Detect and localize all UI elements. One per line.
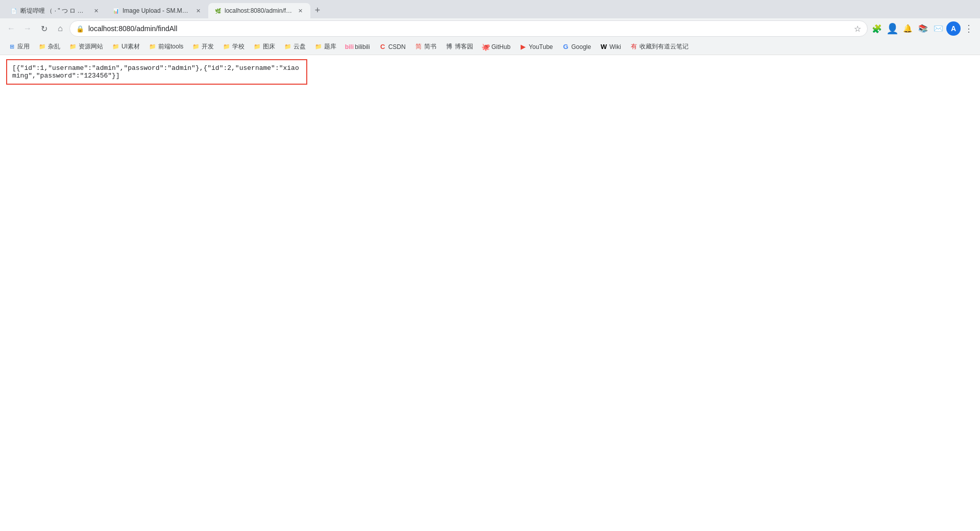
tab-2-close[interactable]: ✕ <box>194 7 202 15</box>
bookmark-apps-label: 应用 <box>17 42 30 51</box>
bookmark-ui-label: UI素材 <box>121 42 140 51</box>
toolbar-right: 🧩 👤 🔔 📚 ✉️ A ⋮ <box>870 21 976 36</box>
bookmark-imgbed-label: 图床 <box>263 42 275 51</box>
bookmark-bilibili[interactable]: bili bilibili <box>341 40 374 54</box>
bookmark-school[interactable]: 📁 学校 <box>219 40 249 54</box>
bookmark-jianshu[interactable]: 简 简书 <box>411 40 440 54</box>
bookmark-github-label: GitHub <box>492 43 510 50</box>
extensions-button[interactable]: 🧩 <box>870 21 884 36</box>
bookmark-youtube[interactable]: ▶ YouTube <box>516 40 557 54</box>
notifications-button[interactable]: 🔔 <box>900 21 915 36</box>
mail-button[interactable]: ✉️ <box>931 21 945 36</box>
folder-icon-cloud: 📁 <box>284 43 291 50</box>
tab-2-title: Image Upload - SM.MS - Simp... <box>122 7 191 14</box>
tab-2[interactable]: 📊 Image Upload - SM.MS - Simp... ✕ <box>106 3 208 18</box>
bookmark-ui[interactable]: 📁 UI素材 <box>108 40 144 54</box>
folder-icon-imgbed: 📁 <box>254 43 261 50</box>
cnblogs-icon: 博 <box>446 43 453 50</box>
bookmark-misc[interactable]: 📁 杂乱 <box>35 40 64 54</box>
bookmark-google-label: Google <box>571 43 591 50</box>
bookmark-youtube-label: YouTube <box>529 43 553 50</box>
address-input[interactable] <box>88 24 850 33</box>
bookmark-misc-label: 杂乱 <box>48 42 60 51</box>
avatar-icon: 👤 <box>885 21 899 36</box>
bilibili-icon: bili <box>346 43 353 50</box>
bookmark-dev-label: 开发 <box>202 42 214 51</box>
youdao-icon: 有 <box>630 43 638 50</box>
bookmark-resources[interactable]: 📁 资源网站 <box>65 40 107 54</box>
tab-1[interactable]: 📄 断堤哔哩 （ · " つ ロ 千杯---bili... ✕ <box>4 3 106 18</box>
tab-3-close[interactable]: ✕ <box>296 7 304 15</box>
bookmark-cnblogs-label: 博客园 <box>455 42 473 51</box>
folder-icon-misc: 📁 <box>39 43 46 50</box>
address-bar[interactable]: 🔒 ☆ <box>69 20 868 37</box>
bookmark-resources-label: 资源网站 <box>79 42 103 51</box>
bookmark-wiki-label: Wiki <box>609 43 621 50</box>
tab-1-favicon: 📄 <box>10 7 17 14</box>
star-icon[interactable]: ☆ <box>854 24 861 34</box>
bookmark-tools-label: 前端tools <box>158 42 183 51</box>
tab-1-close[interactable]: ✕ <box>92 7 100 15</box>
bookmarks-button[interactable]: 📚 <box>916 21 930 36</box>
bookmark-questionbank[interactable]: 📁 题库 <box>311 40 340 54</box>
toolbar: ← → ↻ ⌂ 🔒 ☆ 🧩 👤 🔔 📚 ✉️ A ⋮ <box>0 18 980 39</box>
bookmark-youdao[interactable]: 有 收藏到有道云笔记 <box>626 40 693 54</box>
profile-button[interactable]: A <box>946 21 961 36</box>
folder-icon-resources: 📁 <box>69 43 77 50</box>
bookmark-github[interactable]: 🐙 GitHub <box>478 40 514 54</box>
bookmark-cloud[interactable]: 📁 云盘 <box>280 40 310 54</box>
bookmarks-bar: ⊞ 应用 📁 杂乱 📁 资源网站 📁 UI素材 📁 前端tools 📁 开发 📁… <box>0 39 980 55</box>
tab-3-title: localhost:8080/admin/findAll <box>225 7 293 14</box>
bookmark-jianshu-label: 简书 <box>424 42 436 51</box>
bookmark-questionbank-label: 题库 <box>324 42 336 51</box>
tab-3[interactable]: 🌿 localhost:8080/admin/findAll ✕ <box>208 3 310 18</box>
jianshu-icon: 简 <box>415 43 422 50</box>
bookmark-dev[interactable]: 📁 开发 <box>188 40 218 54</box>
bookmark-bilibili-label: bilibili <box>355 43 370 50</box>
json-response: [{"id":1,"username":"admin","password":"… <box>6 59 307 85</box>
folder-icon-ui: 📁 <box>112 43 119 50</box>
lock-icon: 🔒 <box>76 25 84 33</box>
bookmark-cnblogs[interactable]: 博 博客园 <box>442 40 477 54</box>
tab-bar: 📄 断堤哔哩 （ · " つ ロ 千杯---bili... ✕ 📊 Image … <box>0 0 980 18</box>
tab-1-title: 断堤哔哩 （ · " つ ロ 千杯---bili... <box>20 7 89 15</box>
youtube-icon: ▶ <box>520 43 527 50</box>
bookmark-imgbed[interactable]: 📁 图床 <box>250 40 279 54</box>
home-button[interactable]: ⌂ <box>53 21 67 36</box>
tab-2-favicon: 📊 <box>112 7 119 14</box>
new-tab-button[interactable]: + <box>310 3 325 17</box>
forward-button[interactable]: → <box>20 21 35 36</box>
bookmark-tools[interactable]: 📁 前端tools <box>145 40 187 54</box>
bookmark-youdao-label: 收藏到有道云笔记 <box>640 42 689 51</box>
tab-3-favicon: 🌿 <box>214 7 222 14</box>
folder-icon-tools: 📁 <box>149 43 156 50</box>
bookmark-google[interactable]: G Google <box>558 40 595 54</box>
reload-button[interactable]: ↻ <box>37 21 51 36</box>
google-icon: G <box>562 43 569 50</box>
bookmark-wiki[interactable]: W Wiki <box>596 40 625 54</box>
back-button[interactable]: ← <box>4 21 18 36</box>
csdn-icon: C <box>379 43 386 50</box>
wiki-icon: W <box>600 43 607 50</box>
bookmark-csdn-label: CSDN <box>388 43 406 50</box>
bookmark-apps[interactable]: ⊞ 应用 <box>4 40 34 54</box>
menu-button[interactable]: ⋮ <box>962 21 976 36</box>
bookmark-csdn[interactable]: C CSDN <box>375 40 410 54</box>
folder-icon-school: 📁 <box>223 43 230 50</box>
apps-icon: ⊞ <box>8 43 15 50</box>
browser-chrome: 📄 断堤哔哩 （ · " つ ロ 千杯---bili... ✕ 📊 Image … <box>0 0 980 55</box>
github-icon: 🐙 <box>482 43 489 50</box>
folder-icon-questionbank: 📁 <box>315 43 322 50</box>
bookmark-cloud-label: 云盘 <box>293 42 306 51</box>
page-content: [{"id":1,"username":"admin","password":"… <box>0 55 980 531</box>
bookmark-school-label: 学校 <box>232 42 244 51</box>
folder-icon-dev: 📁 <box>192 43 200 50</box>
